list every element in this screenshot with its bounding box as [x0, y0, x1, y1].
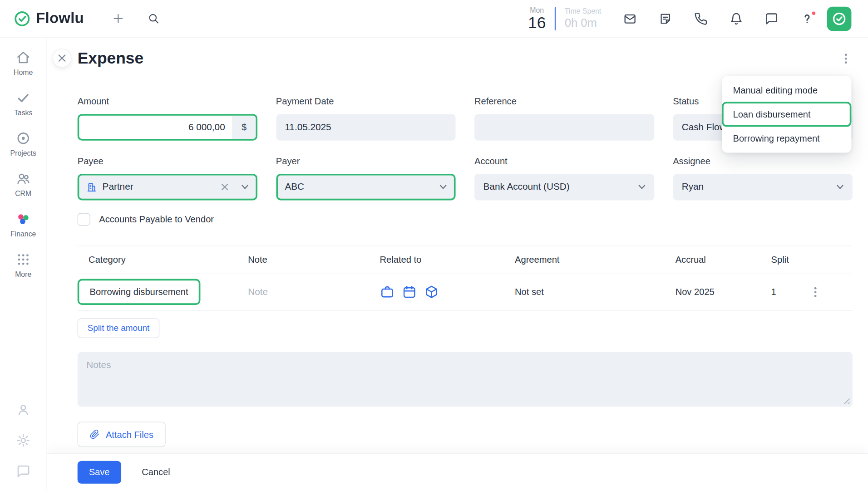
time-spent-label: Time Spent: [565, 7, 608, 15]
form-footer: Save Cancel: [47, 454, 868, 491]
payment-date-label: Payment Date: [276, 96, 456, 107]
accounts-payable-checkbox[interactable]: [78, 213, 90, 226]
clear-payee-icon[interactable]: [219, 182, 230, 192]
payer-label: Payer: [276, 156, 456, 167]
sidebar-item-tasks[interactable]: Tasks: [0, 83, 46, 124]
column-header-agreement: Agreement: [515, 254, 676, 265]
app-window: Flowlu Mon 16 Time Spent 0h 0m: [0, 0, 868, 491]
notifications-bell-icon[interactable]: [730, 12, 743, 25]
calendar-icon[interactable]: [402, 285, 417, 300]
paperclip-icon: [90, 429, 100, 439]
table-row: Borrowing disbursement: [78, 273, 853, 311]
table-header-row: Category Note Related to Agreement Accru…: [78, 246, 853, 273]
sidebar-label: Projects: [10, 149, 36, 157]
chevron-down-icon: [241, 185, 248, 190]
app-canvas: Flowlu Mon 16 Time Spent 0h 0m: [0, 0, 868, 491]
payee-field: Payee Partner: [78, 156, 257, 201]
page-title: Expense: [78, 49, 143, 67]
briefcase-icon[interactable]: [380, 285, 395, 300]
day-number: 16: [528, 14, 546, 31]
sidebar-item-crm[interactable]: CRM: [0, 164, 46, 205]
sidebar-label: Home: [14, 68, 33, 76]
cancel-button[interactable]: Cancel: [142, 467, 170, 477]
more-options-button[interactable]: [843, 51, 849, 66]
category-select[interactable]: Borrowing disbursement: [78, 279, 201, 305]
row-menu-button[interactable]: [812, 285, 819, 299]
note-input[interactable]: [248, 286, 373, 297]
calendar-date[interactable]: Mon 16: [528, 6, 546, 31]
assignee-select[interactable]: Ryan: [673, 174, 853, 201]
status-value: Cash Flow: [682, 122, 726, 133]
accounts-payable-row: Accounts Payable to Vendor: [78, 213, 853, 226]
sidebar-item-projects[interactable]: Projects: [0, 124, 46, 164]
brand-name: Flowlu: [36, 10, 84, 27]
search-button[interactable]: [148, 13, 159, 25]
sidebar-label: CRM: [15, 189, 31, 197]
agreement-value[interactable]: Not set: [515, 287, 544, 297]
mail-icon[interactable]: [623, 12, 636, 25]
phone-icon[interactable]: [694, 12, 707, 25]
column-header-split: Split: [771, 254, 812, 265]
split-value[interactable]: 1: [771, 287, 776, 297]
account-select[interactable]: Bank Account (USD): [474, 174, 654, 201]
support-person-icon[interactable]: [16, 402, 30, 417]
package-icon[interactable]: [424, 285, 439, 300]
more-grid-icon: [16, 252, 30, 267]
save-button[interactable]: Save: [78, 461, 121, 484]
sidebar-item-more[interactable]: More: [0, 245, 46, 285]
flowlu-logo-icon: [14, 10, 30, 27]
split-amount-button[interactable]: Split the amount: [78, 318, 159, 338]
related-to-cell: [380, 285, 515, 300]
topbar: Flowlu Mon 16 Time Spent 0h 0m: [0, 0, 868, 38]
reference-input[interactable]: [474, 114, 654, 141]
menu-item-borrowing-repayment[interactable]: Borrowing repayment: [722, 127, 851, 150]
currency-suffix: $: [232, 116, 256, 139]
accounts-payable-label: Accounts Payable to Vendor: [99, 214, 214, 225]
close-button[interactable]: [53, 49, 71, 67]
chat-icon[interactable]: [765, 12, 778, 25]
topbar-right-cluster: Mon 16 Time Spent 0h 0m: [528, 6, 851, 31]
help-icon[interactable]: [800, 12, 814, 25]
gear-icon[interactable]: [16, 433, 30, 448]
sidebar-item-finance[interactable]: Finance: [0, 205, 46, 245]
sidebar-label: Finance: [10, 230, 36, 238]
user-avatar[interactable]: [827, 6, 852, 31]
reference-label: Reference: [474, 96, 654, 107]
attach-files-button[interactable]: Attach Files: [78, 422, 166, 447]
time-spent[interactable]: Time Spent 0h 0m: [565, 7, 608, 30]
finance-icon: [16, 212, 30, 226]
brand-logo[interactable]: Flowlu: [14, 10, 84, 27]
notes-icon[interactable]: [659, 12, 672, 25]
topbar-divider: [555, 7, 556, 30]
amount-input[interactable]: [79, 116, 232, 139]
column-header-related-to: Related to: [380, 254, 515, 265]
menu-item-loan-disbursement[interactable]: Loan disbursement: [722, 102, 851, 127]
attach-files-label: Attach Files: [106, 429, 153, 440]
topbar-icons: [623, 12, 814, 25]
menu-item-manual-editing-mode[interactable]: Manual editing mode: [722, 79, 851, 102]
day-label: Mon: [528, 6, 546, 14]
notes-field: [78, 352, 853, 407]
column-header-category: Category: [78, 254, 248, 265]
create-new-button[interactable]: [112, 12, 124, 25]
amount-label: Amount: [78, 96, 257, 107]
payment-date-field: Payment Date: [276, 96, 456, 141]
notification-dot: [811, 10, 816, 16]
expense-items-table: Category Note Related to Agreement Accru…: [78, 246, 853, 311]
payee-select[interactable]: Partner: [78, 174, 257, 201]
payer-select[interactable]: ABC: [276, 174, 456, 201]
avatar-check-icon: [832, 11, 847, 26]
payment-date-input[interactable]: [276, 114, 456, 141]
crm-contacts-icon: [16, 172, 30, 186]
column-header-note: Note: [248, 254, 380, 265]
notes-textarea[interactable]: [78, 352, 853, 407]
feedback-chat-icon[interactable]: [16, 464, 30, 479]
sidebar-label: More: [15, 270, 31, 278]
chevron-down-icon: [836, 185, 843, 190]
accrual-value[interactable]: Nov 2025: [676, 287, 715, 297]
sidebar-item-home[interactable]: Home: [0, 43, 46, 83]
column-header-accrual: Accrual: [676, 254, 771, 265]
reference-field: Reference: [474, 96, 654, 141]
time-spent-value: 0h 0m: [565, 15, 608, 30]
assignee-field: Assignee Ryan: [673, 156, 853, 201]
